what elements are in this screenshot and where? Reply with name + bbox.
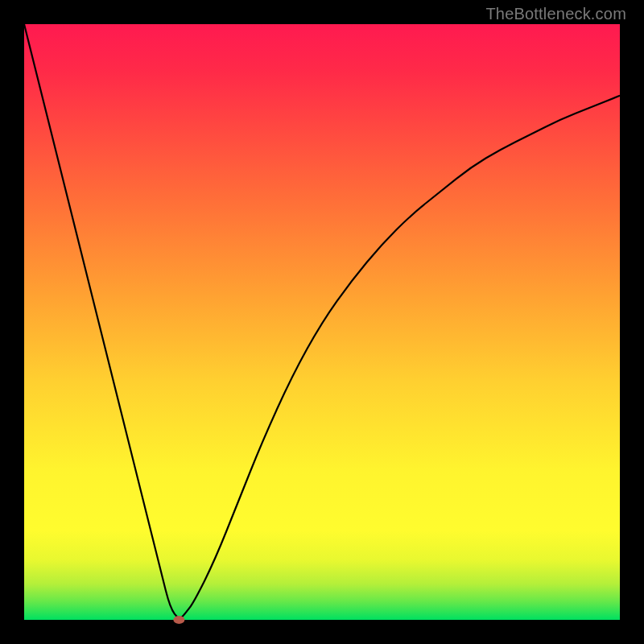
plot-area <box>24 24 620 620</box>
watermark-text: TheBottleneck.com <box>485 5 626 23</box>
plot-svg <box>24 24 620 620</box>
min-marker <box>173 616 184 624</box>
bottleneck-curve <box>24 24 620 618</box>
chart-frame: TheBottleneck.com <box>0 0 644 644</box>
